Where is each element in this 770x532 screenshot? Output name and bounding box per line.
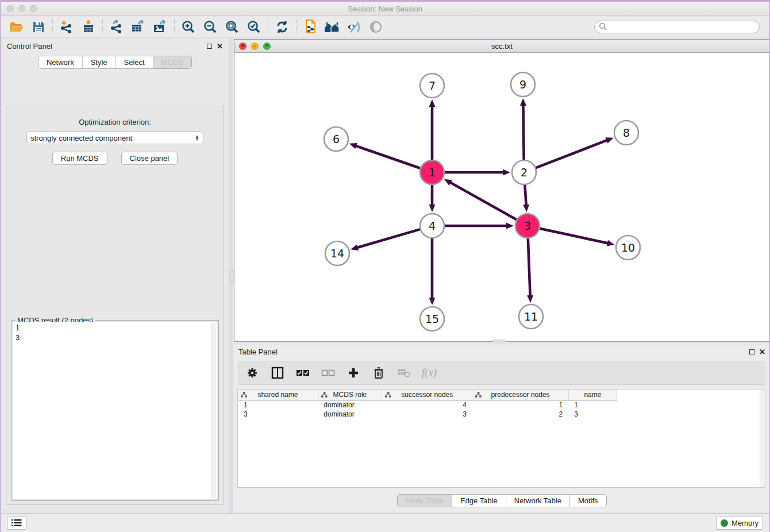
column-layout-icon[interactable]	[270, 365, 285, 380]
cell-mcds-role[interactable]: dominator	[318, 400, 382, 410]
graph-edge-2-3[interactable]	[523, 185, 529, 212]
graph-node-10[interactable]: 10	[616, 236, 640, 260]
column-header-successor-nodes[interactable]: successor nodes	[382, 390, 472, 400]
open-session-icon[interactable]	[6, 18, 28, 36]
cell-predecessor-nodes[interactable]: 1	[472, 400, 568, 410]
column-header-mcds-role[interactable]: MCDS role	[318, 390, 382, 400]
tab-style[interactable]: Style	[83, 56, 116, 68]
close-panel-icon[interactable]: ✕	[217, 44, 223, 49]
main-toolbar	[1, 17, 769, 37]
column-type-icon	[385, 392, 391, 398]
graph-edge-2-8[interactable]	[536, 137, 614, 168]
graph-node-14[interactable]: 14	[325, 241, 349, 265]
mcds-result-text[interactable]: 1 3	[13, 322, 217, 499]
cell-name[interactable]: 3	[568, 410, 617, 419]
refresh-icon[interactable]	[271, 18, 293, 36]
window-title: Session: New Session	[1, 5, 769, 13]
table-scrollbar[interactable]	[760, 390, 765, 487]
new-network-from-selection-icon[interactable]	[299, 18, 321, 36]
graph-node-7[interactable]: 7	[420, 74, 444, 98]
graph-edge-2-9[interactable]	[520, 98, 526, 160]
search-input[interactable]	[607, 23, 751, 31]
node-table[interactable]: shared name MCDS role successor nodes pr…	[237, 389, 765, 488]
tab-node-table[interactable]: Node Table	[398, 495, 452, 507]
network-canvas[interactable]: 7968124314101511	[234, 53, 769, 341]
show-hide-icon[interactable]	[343, 18, 365, 36]
zoom-out-icon[interactable]	[199, 18, 221, 36]
delete-column-icon[interactable]	[371, 365, 386, 380]
graph-edge-1-2[interactable]	[445, 169, 510, 176]
graph-node-15[interactable]: 15	[420, 307, 444, 331]
graph-edge-3-10[interactable]	[540, 229, 614, 246]
cell-name[interactable]: 1	[568, 400, 617, 410]
network-graph[interactable]: 7968124314101511	[234, 53, 769, 341]
memory-status-icon	[721, 519, 728, 527]
network-window-titlebar[interactable]: ✕ − + scc.txt	[234, 40, 769, 53]
tab-mcds[interactable]: MCDS	[153, 56, 191, 68]
cell-successor-nodes[interactable]: 3	[382, 410, 472, 419]
toggle-view-disabled-icon	[365, 18, 387, 36]
float-panel-icon[interactable]	[207, 44, 212, 49]
close-table-panel-icon[interactable]: ✕	[759, 349, 765, 354]
import-network-icon[interactable]	[56, 18, 78, 36]
mcds-scrollbar[interactable]	[211, 323, 216, 498]
zoom-in-icon[interactable]	[178, 18, 199, 36]
graph-node-3[interactable]: 3	[515, 214, 540, 238]
function-builder-disabled-icon: f(x)	[422, 365, 437, 380]
zoom-selected-icon[interactable]	[243, 18, 265, 36]
tab-network-table[interactable]: Network Table	[506, 495, 570, 507]
table-row[interactable]: 1 dominator 4 1 1	[238, 400, 617, 410]
cell-predecessor-nodes[interactable]: 2	[472, 410, 568, 419]
toolbar-separator	[268, 20, 268, 34]
export-network-icon[interactable]	[106, 18, 128, 36]
save-session-icon[interactable]	[28, 18, 49, 36]
cell-mcds-role[interactable]: dominator	[318, 410, 382, 419]
tab-select[interactable]: Select	[116, 56, 153, 68]
graph-node-11[interactable]: 11	[519, 304, 543, 329]
zoom-fit-icon[interactable]	[221, 18, 243, 36]
export-table-icon[interactable]	[128, 18, 149, 36]
tab-motifs[interactable]: Motifs	[570, 495, 606, 507]
graph-edge-3-1[interactable]	[444, 179, 517, 220]
graph-edge-1-7[interactable]	[429, 99, 436, 160]
toolbar-search[interactable]	[594, 21, 760, 33]
graph-edge-1-4[interactable]	[429, 185, 436, 212]
deselect-all-icon[interactable]	[321, 365, 336, 380]
graph-edge-4-15[interactable]	[429, 238, 436, 305]
graph-node-6[interactable]: 6	[324, 127, 348, 151]
table-row[interactable]: 3 dominator 3 2 3	[238, 410, 617, 419]
graph-node-9[interactable]: 9	[511, 72, 535, 97]
home-layout-icon[interactable]	[321, 18, 343, 36]
graph-edge-3-11[interactable]	[527, 238, 533, 303]
graph-node-4[interactable]: 4	[420, 214, 444, 238]
table-settings-gear-icon[interactable]	[245, 365, 260, 380]
cell-successor-nodes[interactable]: 4	[382, 400, 472, 410]
network-vertical-scrollbar[interactable]	[230, 271, 234, 284]
graph-edge-4-14[interactable]	[351, 229, 420, 250]
task-history-button[interactable]	[7, 516, 26, 530]
column-header-predecessor-nodes[interactable]: predecessor nodes	[472, 390, 568, 400]
import-table-icon[interactable]	[78, 18, 99, 36]
graph-node-1[interactable]: 1	[420, 160, 444, 184]
cell-shared-name[interactable]: 1	[238, 400, 318, 410]
graph-node-2[interactable]: 2	[512, 160, 536, 184]
cell-shared-name[interactable]: 3	[238, 410, 318, 419]
column-header-shared-name[interactable]: shared name	[238, 390, 318, 400]
select-all-icon[interactable]	[295, 365, 310, 380]
table-panel-title: Table Panel	[238, 348, 278, 356]
network-horizontal-scrollbar[interactable]	[493, 340, 506, 342]
export-image-icon[interactable]	[149, 18, 171, 36]
run-mcds-button[interactable]: Run MCDS	[52, 152, 107, 165]
criterion-select[interactable]: strongly connected component ▲▼	[26, 132, 203, 144]
graph-node-8[interactable]: 8	[614, 121, 638, 145]
graph-edge-1-6[interactable]	[349, 143, 421, 168]
table-panel-tabs: Node Table Edge Table Network Table Moti…	[397, 494, 606, 507]
graph-edge-4-3[interactable]	[445, 223, 514, 229]
add-column-icon[interactable]	[346, 365, 361, 380]
tab-edge-table[interactable]: Edge Table	[452, 495, 506, 507]
float-table-panel-icon[interactable]	[749, 349, 754, 354]
close-panel-button[interactable]: Close panel	[121, 152, 178, 165]
column-header-name[interactable]: name	[568, 390, 617, 400]
memory-button[interactable]: Memory	[716, 516, 763, 530]
tab-network[interactable]: Network	[38, 56, 83, 68]
